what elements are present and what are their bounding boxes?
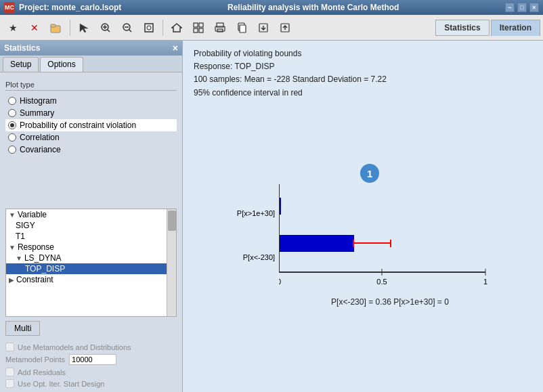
zoom-out-button[interactable]	[117, 18, 137, 38]
tree-label-constraint: Constraint	[16, 275, 53, 284]
info-line3: 100 samples: Mean = -228 Standard Deviat…	[194, 73, 532, 86]
add-residuals-row: Add Residuals	[5, 366, 177, 378]
callout-1-arrow	[369, 182, 370, 209]
radio-prob-constraint[interactable]: Probability of constraint violation	[5, 119, 177, 131]
tree-panel: ▼ Variable SIGY T1 ▼ Response ▼ LS_DYNA …	[5, 209, 177, 317]
tree-variable[interactable]: ▼ Variable	[6, 209, 176, 220]
bar-bottom-rect	[280, 235, 354, 252]
radio-covariance[interactable]: Covariance	[5, 144, 177, 156]
tree-arrow-ls-dyna: ▼	[16, 255, 22, 262]
panel-content: Plot type Histogram Summary Probability …	[0, 72, 182, 207]
radio-label-prob-constraint: Probability of constraint violation	[20, 121, 136, 130]
home-button[interactable]	[167, 18, 187, 38]
radio-label-histogram: Histogram	[20, 96, 57, 106]
tree-sigy[interactable]: SIGY	[6, 220, 176, 231]
open-button[interactable]	[46, 18, 66, 38]
add-residuals-checkbox[interactable]	[5, 368, 14, 376]
tree-response[interactable]: ▼ Response	[6, 242, 176, 253]
scrollbar-thumb	[168, 211, 176, 231]
tab-options[interactable]: Options	[40, 57, 83, 72]
use-metamodels-label: Use Metamodels and Distributions	[18, 343, 131, 351]
export-button[interactable]	[253, 18, 274, 38]
tree-scrollbar[interactable]	[167, 209, 176, 316]
tree-label-response: Response	[18, 242, 54, 252]
radio-label-summary: Summary	[20, 108, 54, 118]
metamodel-points-input[interactable]	[69, 354, 116, 365]
svg-rect-14	[199, 23, 203, 27]
toolbar: ★ ✕ Statistics Iteration	[0, 15, 543, 41]
delete-button[interactable]: ✕	[24, 18, 45, 38]
radio-label-correlation: Correlation	[20, 133, 60, 142]
svg-rect-16	[199, 28, 203, 32]
tree-label-ls-dyna: LS_DYNA	[24, 253, 62, 263]
use-opt-checkbox[interactable]	[5, 379, 14, 388]
panel-tabs: Setup Options	[0, 56, 182, 72]
print-button[interactable]	[210, 18, 230, 38]
app-icon: MC	[4, 2, 15, 13]
radio-correlation[interactable]: Correlation	[5, 131, 177, 144]
info-line2: Response: TOP_DISP	[194, 60, 532, 73]
chart-equation: P[x<-230] = 0.36 P[x>1e+30] = 0	[331, 297, 449, 307]
radio-histogram[interactable]: Histogram	[5, 95, 177, 107]
project-label: Project: monte_carlo.lsopt	[19, 3, 121, 12]
bar-label-bottom: P[x<-230]	[237, 253, 275, 261]
svg-line-4	[108, 29, 110, 32]
svg-rect-19	[217, 29, 223, 32]
radio-circle-correlation	[8, 133, 16, 141]
grid-button[interactable]	[188, 18, 209, 38]
tab-setup[interactable]: Setup	[3, 57, 39, 72]
zoom-in-button[interactable]	[95, 18, 116, 38]
plot-type-label: Plot type	[5, 81, 177, 91]
use-opt-label: Use Opt. Iter. Start Design	[18, 380, 104, 388]
tree-t1[interactable]: T1	[6, 231, 176, 242]
radio-label-covariance: Covariance	[20, 145, 61, 154]
tree-label-sigy: SIGY	[16, 221, 35, 230]
bar-top-rect	[280, 198, 281, 215]
window-title: Reliability analysis with Monte Carlo Me…	[121, 3, 505, 12]
chart-svg-container: 0 0.5 1 1	[279, 184, 489, 295]
radio-circle-summary	[8, 109, 16, 117]
iteration-tab[interactable]: Iteration	[491, 20, 540, 36]
close-window-button[interactable]: ×	[529, 3, 539, 12]
statistics-tab[interactable]: Statistics	[435, 20, 489, 36]
chart-area: P[x>1e+30] P[x<-230]	[194, 106, 532, 385]
svg-rect-21	[240, 25, 246, 32]
radio-circle-covariance	[8, 146, 16, 154]
favorites-button[interactable]: ★	[3, 18, 23, 38]
use-metamodels-checkbox[interactable]	[5, 343, 14, 351]
svg-point-11	[147, 26, 151, 30]
panel-close-button[interactable]: ×	[173, 43, 178, 53]
metamodel-points-label: Metamodel Points	[5, 355, 65, 364]
copy-button[interactable]	[232, 18, 252, 38]
info-text: Probability of violating bounds Response…	[194, 47, 532, 100]
cursor-tool[interactable]	[74, 18, 94, 38]
bar-chart-svg: 0 0.5 1	[279, 184, 489, 292]
separator-1	[70, 20, 70, 36]
tab-buttons: Statistics Iteration	[435, 20, 540, 36]
tree-label-variable: Variable	[18, 210, 47, 219]
tree-constraint[interactable]: ▶ Constraint	[6, 274, 176, 285]
window-controls: − □ ×	[505, 3, 539, 12]
svg-marker-12	[172, 24, 181, 32]
bar-label-top: P[x>1e+30]	[237, 209, 275, 217]
tree-ls-dyna[interactable]: ▼ LS_DYNA	[6, 253, 176, 263]
main-layout: Statistics × Setup Options Plot type His…	[0, 41, 543, 392]
radio-summary[interactable]: Summary	[5, 107, 177, 119]
maximize-button[interactable]: □	[517, 3, 527, 12]
svg-rect-10	[145, 24, 153, 32]
zoom-fit-button[interactable]	[139, 18, 159, 38]
tree-arrow-response: ▼	[9, 244, 16, 251]
tree-label-top-disp: TOP_DISP	[25, 264, 65, 274]
svg-rect-15	[194, 28, 198, 32]
import-button[interactable]	[275, 18, 295, 38]
multi-button[interactable]: Multi	[5, 321, 40, 336]
info-line4: 95% confidence interval in red	[194, 87, 532, 100]
minimize-button[interactable]: −	[505, 3, 515, 12]
use-opt-row: Use Opt. Iter. Start Design	[5, 378, 177, 389]
use-metamodels-row: Use Metamodels and Distributions	[5, 341, 177, 353]
y-axis-labels: P[x>1e+30] P[x<-230]	[237, 184, 279, 286]
callout-1: 1	[360, 164, 379, 183]
add-residuals-label: Add Residuals	[18, 368, 66, 376]
svg-marker-2	[80, 24, 88, 32]
tree-top-disp[interactable]: TOP_DISP 2	[6, 263, 176, 274]
